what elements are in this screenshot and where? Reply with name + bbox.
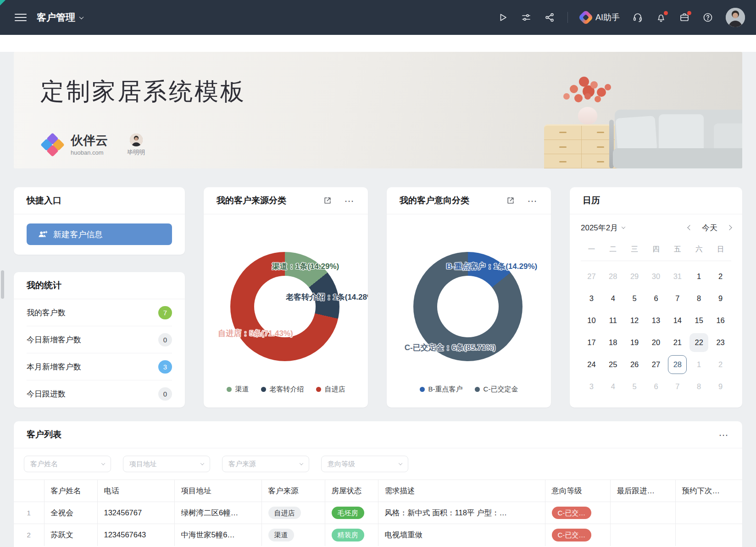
help-icon[interactable]: [702, 12, 713, 23]
column-header[interactable]: 需求描述: [378, 480, 545, 502]
calendar-day[interactable]: 18: [604, 333, 623, 352]
cell-last-follow[interactable]: [610, 524, 675, 546]
column-header[interactable]: 最后跟进…: [610, 480, 675, 502]
more-options-icon[interactable]: …: [527, 196, 538, 205]
calendar-day[interactable]: 6: [646, 289, 665, 308]
legend-item[interactable]: C-已交定金: [475, 385, 518, 394]
column-header[interactable]: 客户姓名: [44, 480, 97, 502]
calendar-day[interactable]: 2: [711, 267, 730, 286]
calendar-day[interactable]: 23: [711, 333, 730, 352]
filter-意向等级[interactable]: 意向等级: [321, 456, 408, 472]
table-row[interactable]: 1全祝会132456767绿树湾二区6幢…自进店毛坯房风格：新中式 面积：118…: [14, 502, 742, 524]
calendar-day[interactable]: 17: [582, 333, 601, 352]
share-icon[interactable]: [544, 12, 555, 23]
more-options-icon[interactable]: …: [344, 196, 355, 205]
column-header[interactable]: 客户来源: [261, 480, 325, 502]
calendar-day[interactable]: 2: [711, 355, 730, 374]
open-in-new-icon[interactable]: [506, 196, 515, 205]
cell-name[interactable]: 苏跃文: [44, 524, 97, 546]
open-in-new-icon[interactable]: [323, 196, 332, 205]
new-customer-button[interactable]: 新建客户信息: [27, 223, 172, 245]
calendar-day[interactable]: 30: [646, 267, 665, 286]
more-options-icon[interactable]: …: [718, 430, 729, 439]
calendar-day[interactable]: 24: [582, 355, 601, 374]
calendar-today-button[interactable]: 今天: [702, 223, 717, 233]
calendar-day[interactable]: 10: [582, 311, 601, 330]
calendar-day[interactable]: 19: [625, 333, 644, 352]
legend-item[interactable]: 渠道: [227, 385, 249, 394]
cell-source[interactable]: 自进店: [261, 502, 325, 524]
column-header[interactable]: 意向等级: [545, 480, 610, 502]
legend-item[interactable]: 自进店: [316, 385, 345, 394]
ai-assistant-button[interactable]: AI助手: [580, 12, 620, 23]
calendar-day[interactable]: 27: [582, 267, 601, 286]
calendar-day[interactable]: 1: [689, 267, 708, 286]
filter-项目地址[interactable]: 项目地址: [123, 456, 210, 472]
calendar-day[interactable]: 9: [711, 289, 730, 308]
calendar-day[interactable]: 4: [604, 289, 623, 308]
cell-next-appoint[interactable]: [675, 524, 742, 546]
calendar-day[interactable]: 5: [625, 289, 644, 308]
calendar-day[interactable]: 7: [668, 377, 687, 396]
calendar-day[interactable]: 8: [689, 377, 708, 396]
calendar-day[interactable]: 28: [604, 267, 623, 286]
calendar-day[interactable]: 1: [689, 355, 708, 374]
filter-客户姓名[interactable]: 客户姓名: [24, 456, 111, 472]
calendar-day-today[interactable]: 28: [668, 355, 687, 374]
legend-item[interactable]: 老客转介绍: [261, 385, 304, 394]
calendar-prev-icon[interactable]: [687, 225, 692, 230]
cell-source[interactable]: 渠道: [261, 524, 325, 546]
sliders-icon[interactable]: [521, 12, 532, 23]
menu-icon[interactable]: [15, 14, 27, 21]
calendar-month-select[interactable]: 2025年2月: [581, 223, 625, 233]
cell-next-appoint[interactable]: [675, 502, 742, 524]
calendar-day[interactable]: 16: [711, 311, 730, 330]
cell-demand[interactable]: 电视墙重做: [378, 524, 545, 546]
calendar-day[interactable]: 22: [689, 333, 708, 352]
cell-intent[interactable]: C-已交…: [545, 524, 610, 546]
headset-icon[interactable]: [632, 12, 643, 23]
calendar-day[interactable]: 11: [604, 311, 623, 330]
calendar-day[interactable]: 4: [604, 377, 623, 396]
calendar-day[interactable]: 5: [625, 377, 644, 396]
cell-phone[interactable]: 1234567643: [97, 524, 174, 546]
calendar-day[interactable]: 7: [668, 289, 687, 308]
cell-address[interactable]: 绿树湾二区6幢…: [174, 502, 261, 524]
calendar-day[interactable]: 14: [668, 311, 687, 330]
calendar-day[interactable]: 25: [604, 355, 623, 374]
calendar-day[interactable]: 13: [646, 311, 665, 330]
calendar-day[interactable]: 3: [582, 377, 601, 396]
calendar-day[interactable]: 20: [646, 333, 665, 352]
cell-demand[interactable]: 风格：新中式 面积：118平 户型：…: [378, 502, 545, 524]
calendar-day[interactable]: 12: [625, 311, 644, 330]
cell-name[interactable]: 全祝会: [44, 502, 97, 524]
table-row[interactable]: 2苏跃文1234567643中海世家5幢6…渠道精装房电视墙重做C-已交…: [14, 524, 742, 546]
cell-phone[interactable]: 132456767: [97, 502, 174, 524]
play-icon[interactable]: [497, 12, 508, 23]
filter-客户来源[interactable]: 客户来源: [222, 456, 309, 472]
column-header[interactable]: 项目地址: [174, 480, 261, 502]
calendar-day[interactable]: 31: [668, 267, 687, 286]
calendar-day[interactable]: 15: [689, 311, 708, 330]
calendar-day[interactable]: 8: [689, 289, 708, 308]
app-title[interactable]: 客户管理: [37, 11, 83, 24]
bell-icon[interactable]: [656, 12, 667, 23]
inbox-icon[interactable]: [679, 12, 690, 23]
calendar-day[interactable]: 9: [711, 377, 730, 396]
calendar-day[interactable]: 21: [668, 333, 687, 352]
cell-house-status[interactable]: 精装房: [325, 524, 378, 546]
cell-house-status[interactable]: 毛坯房: [325, 502, 378, 524]
calendar-day[interactable]: 6: [646, 377, 665, 396]
cell-address[interactable]: 中海世家5幢6…: [174, 524, 261, 546]
calendar-day[interactable]: 3: [582, 289, 601, 308]
calendar-day[interactable]: 29: [625, 267, 644, 286]
page-scrollbar-thumb[interactable]: [1, 270, 4, 299]
column-header[interactable]: 房屋状态: [325, 480, 378, 502]
user-avatar[interactable]: [726, 8, 745, 27]
calendar-next-icon[interactable]: [727, 225, 732, 230]
cell-last-follow[interactable]: [610, 502, 675, 524]
legend-item[interactable]: B-重点客户: [420, 385, 463, 394]
calendar-day[interactable]: 27: [646, 355, 665, 374]
cell-intent[interactable]: C-已交…: [545, 502, 610, 524]
calendar-day[interactable]: 26: [625, 355, 644, 374]
